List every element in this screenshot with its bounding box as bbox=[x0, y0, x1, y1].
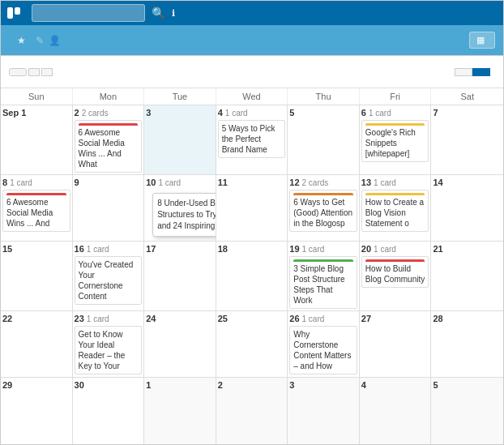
day-number: 8 bbox=[2, 178, 7, 187]
calendar-card[interactable]: 5 Ways to Pick the Perfect Brand Name bbox=[218, 120, 286, 158]
day-number: 13 bbox=[361, 178, 371, 187]
next-button[interactable] bbox=[41, 68, 53, 76]
calendar-day[interactable]: 15 bbox=[1, 242, 73, 310]
day-number: 20 bbox=[361, 244, 371, 254]
week-view-button[interactable] bbox=[455, 68, 472, 76]
day-number: 7 bbox=[433, 108, 438, 118]
calendar-day[interactable]: 28 bbox=[431, 311, 503, 377]
calendar-day[interactable]: 201 cardHow to Build Blog Community bbox=[360, 242, 432, 310]
calendar-day[interactable]: 3 bbox=[288, 378, 360, 444]
calendar-day[interactable]: 41 card5 Ways to Pick the Perfect Brand … bbox=[216, 105, 288, 174]
calendar-day[interactable]: 191 card3 Simple Blog Post Structure Ste… bbox=[288, 242, 360, 310]
calendar-day[interactable]: Sep 1 bbox=[1, 105, 73, 174]
card-popup[interactable]: 8 Under-Used Blog Post Structures to Try… bbox=[152, 193, 216, 237]
trello-logo bbox=[7, 7, 25, 19]
calendar-day[interactable]: 101 card8 Under-Used Blog Post Structure… bbox=[144, 175, 216, 241]
day-number: 25 bbox=[218, 314, 228, 323]
day-card-count: 1 card bbox=[87, 245, 109, 254]
calendar-day[interactable]: 22 cards6 Awesome Social Media Wins ... … bbox=[73, 105, 145, 174]
day-card-count: 2 cards bbox=[82, 109, 109, 118]
today-button[interactable] bbox=[9, 68, 27, 76]
calendar-day[interactable]: 2 bbox=[216, 378, 288, 444]
day-card-count: 1 card bbox=[87, 314, 109, 323]
calendar-day[interactable]: 261 cardWhy Cornerstone Content Matters … bbox=[288, 311, 360, 377]
calendar-day[interactable]: 17 bbox=[144, 242, 216, 310]
day-number: 4 bbox=[361, 380, 366, 390]
day-number: 10 bbox=[146, 178, 156, 187]
day-number: 1 bbox=[146, 380, 151, 390]
calendar-day[interactable]: 161 cardYou've Created Your Cornerstone … bbox=[73, 242, 145, 310]
calendar-day[interactable]: 3 bbox=[144, 105, 216, 174]
day-number: 18 bbox=[218, 244, 228, 254]
day-number: 4 bbox=[218, 108, 223, 118]
calendar-day[interactable]: 25 bbox=[216, 311, 288, 377]
calendar-controls bbox=[1, 56, 503, 88]
calendar-day[interactable]: 22 bbox=[1, 311, 73, 377]
search-icon[interactable]: 🔍 bbox=[152, 6, 165, 19]
calendar-card[interactable]: 6 Ways to Get (Good) Attention in the Bl… bbox=[289, 190, 357, 232]
day-card-count: 1 card bbox=[158, 178, 181, 187]
day-number: 17 bbox=[146, 244, 156, 254]
calendar-day[interactable]: 27 bbox=[360, 311, 432, 377]
trello-logo-icon bbox=[7, 7, 22, 19]
day-card-count: 1 card bbox=[225, 109, 248, 118]
day-number: 28 bbox=[433, 314, 442, 323]
info-icon: ℹ bbox=[172, 8, 175, 19]
calendar-day[interactable]: 9 bbox=[73, 175, 145, 241]
day-number: 23 bbox=[75, 314, 84, 323]
board-meta: ★ ✎ 👤 bbox=[17, 35, 66, 46]
calendar-day[interactable]: 30 bbox=[73, 378, 145, 444]
calendar-card[interactable]: Get to Know Your Ideal Reader – the Key … bbox=[75, 326, 143, 374]
week-row-3: 22231 cardGet to Know Your Ideal Reader … bbox=[1, 311, 503, 378]
calendar-card[interactable]: Why Cornerstone Content Matters – and Ho… bbox=[289, 326, 357, 374]
day-header-thu: Thu bbox=[288, 88, 360, 105]
calendar-day[interactable]: 5 bbox=[431, 378, 503, 444]
top-bar: 🔍 ℹ bbox=[1, 1, 503, 25]
calendar-day[interactable]: 1 bbox=[144, 378, 216, 444]
calendar-day[interactable]: 131 cardHow to Create a Blog Vision Stat… bbox=[360, 175, 432, 241]
calendar-day[interactable]: 7 bbox=[431, 105, 503, 174]
day-number: 16 bbox=[75, 244, 84, 254]
board-header: ★ ✎ 👤 ▦ bbox=[1, 25, 503, 56]
calendar-day[interactable]: 18 bbox=[216, 242, 288, 310]
day-number: 12 bbox=[289, 178, 299, 187]
calendar-card[interactable]: How to Build Blog Community bbox=[361, 256, 429, 288]
search-box[interactable] bbox=[32, 4, 145, 22]
day-number: 2 bbox=[218, 380, 223, 390]
week-row-0: Sep 122 cards6 Awesome Social Media Wins… bbox=[1, 105, 503, 175]
org-icon: 👤 bbox=[49, 35, 61, 46]
calendar-day[interactable]: 231 cardGet to Know Your Ideal Reader – … bbox=[73, 311, 145, 377]
calendar-day[interactable]: 24 bbox=[144, 311, 216, 377]
calendar: SunMonTueWedThuFriSat Sep 122 cards6 Awe… bbox=[1, 88, 503, 444]
calendar-day[interactable]: 21 bbox=[431, 242, 503, 310]
day-header-sat: Sat bbox=[431, 88, 503, 105]
calendar-day[interactable]: 5 bbox=[288, 105, 360, 174]
calendar-day[interactable]: 4 bbox=[360, 378, 432, 444]
calendar-day[interactable]: 61 cardGoogle's Rich Snippets [whitepape… bbox=[360, 105, 432, 174]
calendar-card[interactable]: 6 Awesome Social Media Wins ... And bbox=[2, 190, 70, 232]
calendar-day[interactable]: 81 card6 Awesome Social Media Wins ... A… bbox=[1, 175, 73, 241]
day-number: 3 bbox=[146, 108, 151, 118]
calendar-view-btn[interactable]: ▦ bbox=[469, 32, 495, 49]
star-icon[interactable]: ★ bbox=[17, 35, 26, 46]
calendar-card[interactable]: How to Create a Blog Vision Statement o bbox=[361, 190, 429, 232]
prev-button[interactable] bbox=[28, 68, 40, 76]
calendar-day[interactable]: 29 bbox=[1, 378, 73, 444]
day-number: 5 bbox=[433, 380, 438, 390]
help-area: ℹ bbox=[172, 8, 178, 19]
calendar-day[interactable]: 11 bbox=[216, 175, 288, 241]
day-header-tue: Tue bbox=[144, 88, 216, 105]
month-view-button[interactable] bbox=[472, 68, 490, 76]
calendar-day[interactable]: 122 cards6 Ways to Get (Good) Attention … bbox=[288, 175, 360, 241]
day-header-fri: Fri bbox=[360, 88, 432, 105]
day-number: 2 bbox=[75, 108, 79, 118]
calendar-card[interactable]: Google's Rich Snippets [whitepaper] bbox=[361, 120, 429, 162]
day-card-count: 1 card bbox=[302, 314, 325, 323]
day-number: 14 bbox=[433, 178, 442, 187]
calendar-card[interactable]: You've Created Your Cornerstone Content bbox=[75, 256, 143, 305]
calendar-day[interactable]: 14 bbox=[431, 175, 503, 241]
calendar-body: Sep 122 cards6 Awesome Social Media Wins… bbox=[1, 105, 503, 444]
calendar-card[interactable]: 3 Simple Blog Post Structure Steps That … bbox=[289, 256, 357, 309]
day-number: 19 bbox=[289, 244, 299, 254]
calendar-card[interactable]: 6 Awesome Social Media Wins ... And What bbox=[75, 120, 143, 173]
